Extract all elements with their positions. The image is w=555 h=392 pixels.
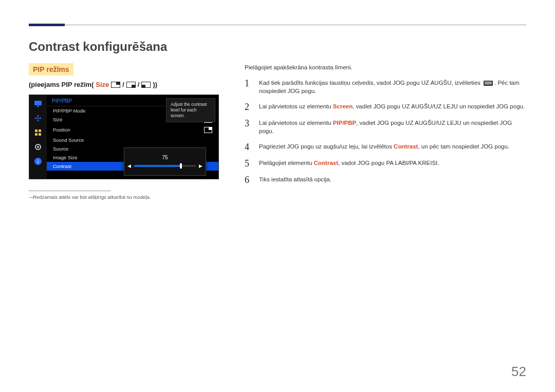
slider-popup: 75 ◀ ▶: [124, 147, 206, 176]
step-4: 4 Pagrieziet JOG pogu uz augšu/uz leju, …: [245, 142, 526, 152]
svg-marker-4: [34, 117, 36, 119]
accent-bar: [29, 24, 65, 26]
sep1: /: [122, 81, 124, 88]
svg-point-6: [38, 118, 39, 119]
step-num-3: 3: [245, 119, 253, 128]
slider-value: 75: [162, 155, 168, 160]
osd-row-sound: Sound Source: [47, 136, 218, 144]
step-text-6: Tiks iestatīta atlasītā opcija.: [259, 175, 526, 183]
nav-icon: [33, 114, 43, 123]
size-icon-bottom-left: [141, 82, 151, 88]
info-icon: i: [33, 157, 43, 166]
slider-left-arrow: ◀: [127, 163, 131, 169]
svg-rect-1: [37, 106, 39, 107]
step-num-2: 2: [245, 102, 253, 111]
osd-tooltip: Adjust the contrast level for each scree…: [166, 98, 215, 122]
step-3: 3 Lai pārvietotos uz elementu PIP/PBP, v…: [245, 119, 526, 135]
steps-list: 1 Kad tiek parādīts funkcijas taustiņu c…: [245, 79, 526, 184]
availability-line: (pieejams PIP režīm( Size / / )): [29, 81, 224, 88]
step-num-5: 5: [245, 159, 253, 168]
intro-text: Pielāgojiet apakšekrāna kontrasta līmeni…: [245, 63, 526, 71]
menu-icon: [484, 81, 493, 86]
osd-screenshot: i PIP/PBP PIP/PBP ModeOn Size Position S…: [29, 95, 219, 179]
step-text-1: Kad tiek parādīts funkcijas taustiņu ceļ…: [259, 79, 526, 95]
avail-prefix: (pieejams PIP režīm(: [29, 81, 94, 88]
gear-icon: [33, 142, 43, 152]
mode-badge: PIP režīms: [29, 63, 73, 76]
page-number: 52: [511, 364, 526, 380]
step-6: 6 Tiks iestatīta atlasītā opcija.: [245, 175, 526, 184]
sep2: /: [138, 81, 140, 88]
step-1: 1 Kad tiek parādīts funkcijas taustiņu c…: [245, 79, 526, 95]
osd-sidebar: i: [29, 95, 47, 179]
step-text-3: Lai pārvietotos uz elementu PIP/PBP, vad…: [259, 119, 526, 135]
footnote-rule: [29, 191, 111, 191]
step-text-2: Lai pārvietotos uz elementu Screen, vadi…: [259, 102, 526, 110]
svg-marker-2: [37, 115, 39, 117]
monitor-icon: [33, 99, 43, 108]
step-text-4: Pagrieziet JOG pogu uz augšu/uz leju, la…: [259, 142, 526, 151]
svg-text:i: i: [38, 159, 39, 164]
step-num-1: 1: [245, 79, 253, 88]
size-icon-top-right: [111, 82, 120, 88]
svg-rect-7: [35, 129, 38, 132]
svg-point-12: [37, 146, 39, 148]
osd-row-position: Position: [47, 125, 218, 136]
slider-track: [134, 165, 196, 167]
step-num-4: 4: [245, 142, 253, 152]
position-value-icon: [204, 127, 212, 133]
grid-icon: [33, 128, 43, 137]
size-keyword: Size: [96, 81, 109, 88]
svg-marker-5: [40, 117, 42, 119]
svg-rect-0: [34, 101, 42, 105]
slider-fill: [134, 165, 180, 167]
top-rule: [29, 25, 526, 25]
step-5: 5 Pielāgojiet elementu Contrast, vadot J…: [245, 159, 526, 168]
svg-marker-3: [37, 120, 39, 122]
svg-rect-9: [35, 133, 38, 136]
size-icon-bottom-right: [126, 82, 136, 88]
svg-rect-10: [39, 133, 41, 136]
slider-right-arrow: ▶: [199, 163, 202, 169]
step-num-6: 6: [245, 175, 253, 184]
footnote-text: Redzamais attēls var būt atšķirīgs atkar…: [29, 194, 224, 200]
slider-thumb: [180, 163, 182, 169]
avail-suffix: )): [153, 81, 157, 88]
svg-rect-8: [39, 129, 41, 132]
step-text-5: Pielāgojiet elementu Contrast, vadot JOG…: [259, 159, 526, 167]
step-2: 2 Lai pārvietotos uz elementu Screen, va…: [245, 102, 526, 111]
page-heading: Contrast konfigurēšana: [29, 40, 526, 54]
